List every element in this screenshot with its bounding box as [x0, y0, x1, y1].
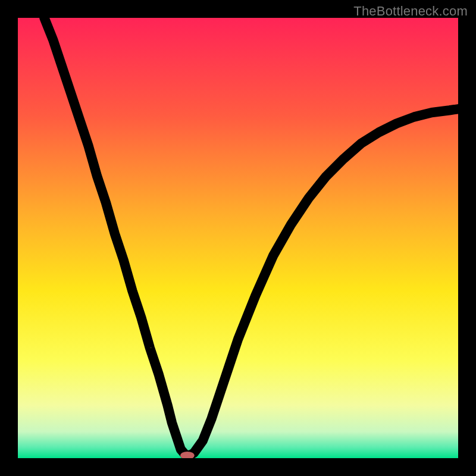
bottleneck-curve [44, 18, 458, 456]
watermark-text: TheBottleneck.com [353, 4, 468, 19]
plot-area [18, 18, 458, 458]
chart-frame: { "watermark": "TheBottleneck.com", "cha… [0, 0, 476, 476]
curve-layer [18, 18, 458, 458]
